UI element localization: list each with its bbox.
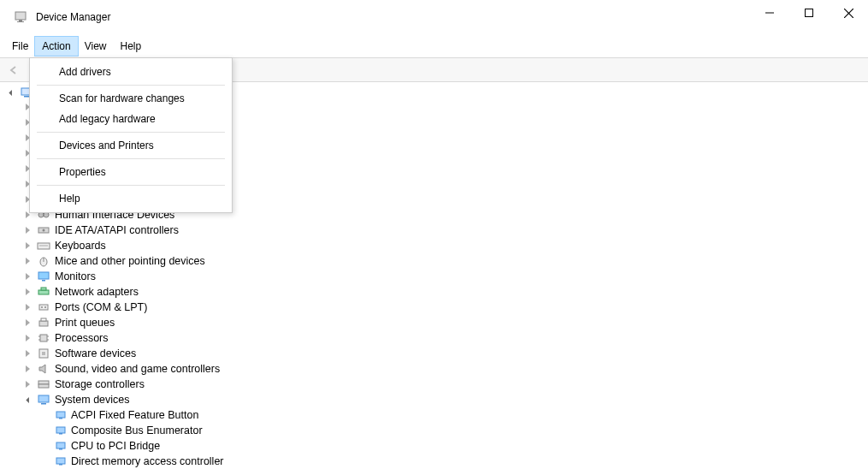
category-label: Monitors (55, 269, 96, 284)
device-label: Direct memory access controller (71, 454, 224, 469)
device-node[interactable]: Composite Bus Enumerator (3, 423, 860, 438)
menu-view[interactable]: View (78, 37, 114, 56)
expand-icon[interactable] (22, 225, 32, 235)
window-title: Device Manager (36, 11, 110, 23)
category-node[interactable]: Storage controllers (3, 377, 860, 392)
svg-rect-21 (41, 288, 46, 290)
category-node[interactable]: Network adapters (3, 284, 860, 300)
svg-point-24 (44, 306, 46, 308)
titlebar: Device Manager (0, 0, 868, 34)
svg-rect-41 (59, 433, 62, 435)
svg-point-13 (43, 229, 45, 232)
category-node[interactable]: Ports (COM & LPT) (3, 300, 860, 315)
svg-rect-19 (42, 280, 45, 282)
menu-separator (37, 85, 225, 86)
svg-rect-26 (41, 318, 46, 321)
category-node[interactable]: Sound, video and game controllers (3, 361, 860, 377)
maximize-button[interactable] (789, 0, 829, 26)
expand-icon[interactable] (22, 333, 32, 343)
svg-rect-4 (806, 9, 813, 17)
menuitem-add-legacy[interactable]: Add legacy hardware (33, 109, 228, 129)
category-label: IDE ATA/ATAPI controllers (55, 223, 179, 238)
svg-rect-42 (56, 442, 65, 448)
svg-rect-27 (40, 335, 47, 341)
svg-rect-20 (38, 290, 49, 294)
svg-rect-40 (56, 427, 65, 433)
device-icon (55, 409, 67, 421)
category-label: Sound, video and game controllers (55, 361, 220, 377)
category-label: Processors (55, 330, 109, 346)
close-button[interactable] (829, 0, 868, 26)
device-node[interactable]: CPU to PCI Bridge (3, 438, 860, 454)
device-icon (55, 455, 67, 467)
minimize-button[interactable] (750, 0, 789, 26)
menuitem-add-drivers[interactable]: Add drivers (33, 62, 228, 82)
category-label: Ports (COM & LPT) (55, 300, 147, 315)
processor-icon (37, 331, 50, 345)
category-node[interactable]: Processors (3, 330, 860, 346)
category-label: Storage controllers (55, 377, 145, 392)
expand-icon[interactable] (22, 318, 32, 328)
svg-rect-44 (56, 458, 65, 464)
svg-rect-45 (59, 464, 62, 466)
expand-icon[interactable] (22, 379, 32, 389)
keyboard-icon (37, 239, 50, 252)
expand-icon[interactable] (5, 87, 15, 98)
device-node[interactable]: Direct memory access controller (3, 454, 860, 469)
svg-rect-18 (38, 272, 49, 279)
menu-file[interactable]: File (5, 37, 35, 56)
svg-rect-38 (56, 412, 65, 418)
device-icon (55, 440, 67, 452)
expand-icon[interactable] (22, 302, 32, 312)
mouse-icon (37, 254, 50, 268)
category-label: Mice and other pointing devices (55, 253, 205, 269)
category-node[interactable]: Keyboards (3, 238, 860, 253)
svg-point-23 (41, 306, 43, 308)
device-label: CPU to PCI Bridge (71, 438, 160, 454)
category-label: Software devices (55, 346, 136, 361)
software-icon (37, 347, 50, 360)
category-node[interactable]: System devices (3, 392, 860, 407)
expand-icon[interactable] (22, 348, 32, 359)
category-node[interactable]: IDE ATA/ATAPI controllers (3, 223, 860, 238)
menuitem-properties[interactable]: Properties (33, 162, 228, 182)
menuitem-devices-printers[interactable]: Devices and Printers (33, 135, 228, 156)
category-label: Network adapters (55, 284, 139, 300)
menu-separator (37, 158, 225, 159)
expand-icon[interactable] (22, 240, 32, 251)
expand-icon[interactable] (22, 271, 32, 282)
category-node[interactable]: Software devices (3, 346, 860, 361)
category-node[interactable]: Print queues (3, 315, 860, 330)
expand-icon[interactable] (22, 287, 32, 297)
svg-rect-25 (39, 321, 48, 326)
storage-icon (37, 377, 50, 391)
expand-icon[interactable] (22, 364, 32, 374)
svg-rect-2 (17, 21, 24, 22)
expand-icon[interactable] (22, 395, 32, 405)
window-controls (750, 0, 868, 34)
device-label: Composite Bus Enumerator (71, 423, 203, 438)
svg-rect-37 (41, 403, 46, 405)
monitor-icon (37, 270, 50, 283)
menu-help[interactable]: Help (114, 37, 149, 56)
sound-icon (37, 362, 50, 376)
back-button[interactable] (3, 61, 24, 80)
category-node[interactable]: Mice and other pointing devices (3, 253, 860, 269)
category-label: Print queues (55, 315, 115, 330)
category-label: System devices (55, 392, 130, 407)
system-icon (37, 393, 50, 407)
device-node[interactable]: ACPI Fixed Feature Button (3, 407, 860, 423)
expand-icon[interactable] (22, 256, 32, 266)
menu-action[interactable]: Action (35, 37, 77, 56)
svg-rect-35 (38, 384, 49, 388)
device-label: ACPI Fixed Feature Button (71, 407, 198, 423)
menu-separator (37, 132, 225, 133)
svg-rect-22 (39, 305, 48, 310)
menuitem-help[interactable]: Help (33, 188, 228, 209)
category-node[interactable]: Monitors (3, 269, 860, 284)
menuitem-scan-hardware[interactable]: Scan for hardware changes (33, 88, 228, 109)
svg-rect-39 (59, 418, 62, 419)
svg-rect-34 (38, 381, 49, 384)
network-icon (37, 285, 50, 299)
action-dropdown: Add drivers Scan for hardware changes Ad… (29, 57, 233, 213)
